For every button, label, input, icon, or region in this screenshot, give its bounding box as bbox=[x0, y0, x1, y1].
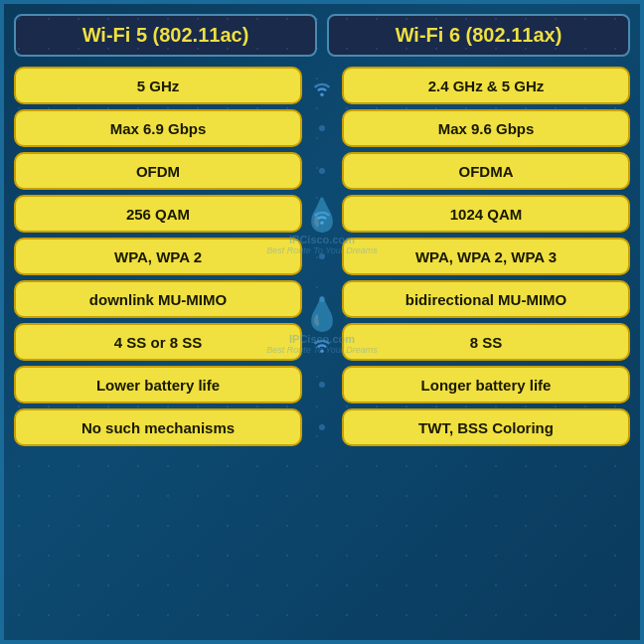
cell-right-4: WPA, WPA 2, WPA 3 bbox=[342, 238, 630, 275]
divider-icon-5 bbox=[302, 296, 342, 302]
wifi6-header: Wi-Fi 6 (802.11ax) bbox=[327, 14, 630, 57]
data-row-1: Max 6.9 GbpsMax 9.6 Gbps bbox=[14, 109, 630, 147]
divider-icon-0 bbox=[302, 72, 342, 99]
wifi5-header: Wi-Fi 5 (802.11ac) bbox=[14, 14, 317, 57]
cell-left-6: 4 SS or 8 SS bbox=[14, 323, 302, 361]
divider-icon-1 bbox=[302, 125, 342, 131]
cell-left-5: downlink MU-MIMO bbox=[14, 280, 302, 318]
divider-icon-8 bbox=[302, 424, 342, 430]
cell-left-2: OFDM bbox=[14, 152, 302, 190]
cell-left-0: 5 GHz bbox=[14, 67, 302, 104]
cell-right-0: 2.4 GHz & 5 GHz bbox=[342, 67, 630, 104]
divider-icon-4 bbox=[302, 253, 342, 259]
cell-right-7: Longer battery life bbox=[342, 366, 630, 403]
data-row-8: No such mechanismsTWT, BSS Coloring bbox=[14, 408, 630, 446]
cell-right-8: TWT, BSS Coloring bbox=[342, 408, 630, 446]
divider-icon-6 bbox=[302, 328, 342, 356]
divider-icon-2 bbox=[302, 168, 342, 174]
data-row-7: Lower battery lifeLonger battery life bbox=[14, 366, 630, 403]
cell-right-6: 8 SS bbox=[342, 323, 630, 361]
cell-right-2: OFDMA bbox=[342, 152, 630, 190]
divider-icon-3 bbox=[302, 200, 342, 228]
rows-container: 5 GHz 2.4 GHz & 5 GHzMax 6.9 GbpsMax 9.6… bbox=[14, 67, 630, 446]
cell-right-5: bidirectional MU-MIMO bbox=[342, 280, 630, 318]
main-container: Wi-Fi 5 (802.11ac) Wi-Fi 6 (802.11ax) 5 … bbox=[0, 0, 644, 644]
data-row-2: OFDMOFDMA bbox=[14, 152, 630, 190]
data-row-6: 4 SS or 8 SS 8 SS bbox=[14, 323, 630, 361]
data-row-0: 5 GHz 2.4 GHz & 5 GHz bbox=[14, 67, 630, 104]
cell-left-3: 256 QAM bbox=[14, 195, 302, 233]
cell-left-4: WPA, WPA 2 bbox=[14, 238, 302, 275]
data-row-5: downlink MU-MIMObidirectional MU-MIMO bbox=[14, 280, 630, 318]
data-row-4: WPA, WPA 2WPA, WPA 2, WPA 3 bbox=[14, 238, 630, 275]
cell-right-1: Max 9.6 Gbps bbox=[342, 109, 630, 147]
cell-right-3: 1024 QAM bbox=[342, 195, 630, 233]
cell-left-1: Max 6.9 Gbps bbox=[14, 109, 302, 147]
cell-left-8: No such mechanisms bbox=[14, 408, 302, 446]
cell-left-7: Lower battery life bbox=[14, 366, 302, 403]
divider-icon-7 bbox=[302, 382, 342, 388]
header-row: Wi-Fi 5 (802.11ac) Wi-Fi 6 (802.11ax) bbox=[14, 14, 630, 57]
data-row-3: 256 QAM 1024 QAM bbox=[14, 195, 630, 233]
